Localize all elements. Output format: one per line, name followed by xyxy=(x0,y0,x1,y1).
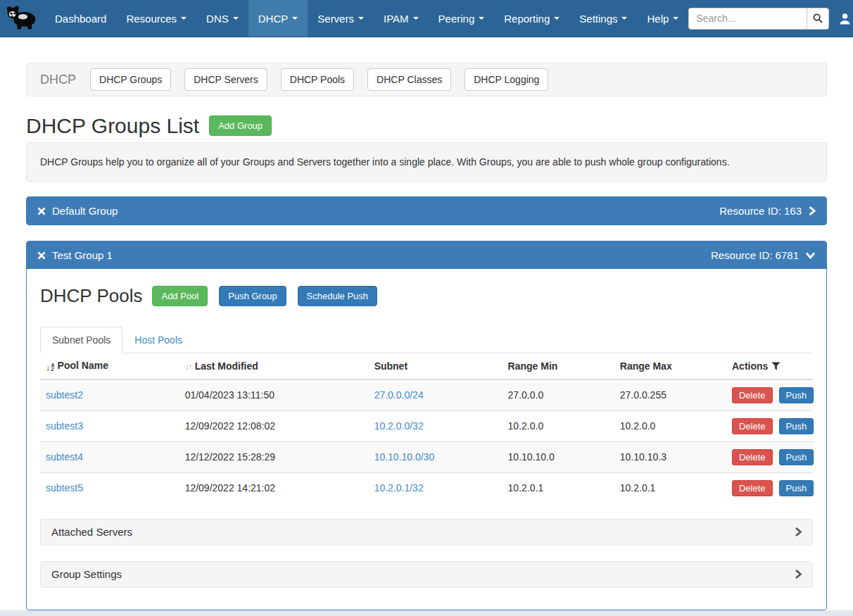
caret-down-icon xyxy=(233,17,239,20)
last-modified-cell: 12/12/2022 15:28:29 xyxy=(179,441,369,472)
range-max-cell: 10.10.10.3 xyxy=(614,441,726,472)
nav-item-help[interactable]: Help xyxy=(637,0,688,37)
chevron-right-icon xyxy=(808,206,816,216)
nav-item-dhcp[interactable]: DHCP xyxy=(248,0,308,37)
pool-name-link[interactable]: subtest3 xyxy=(46,420,83,432)
delete-group-x-icon[interactable] xyxy=(37,207,46,215)
pool-name-link[interactable]: subtest5 xyxy=(46,482,83,494)
caret-down-icon xyxy=(554,17,560,20)
pool-name-link[interactable]: subtest4 xyxy=(46,451,83,463)
nav-item-reporting[interactable]: Reporting xyxy=(494,0,569,37)
subnet-link[interactable]: 27.0.0.0/24 xyxy=(374,389,424,401)
table-row: subtest5 12/09/2022 14:21:02 10.2.0.1/32… xyxy=(40,472,813,503)
tab-host-pools[interactable]: Host Pools xyxy=(122,327,194,353)
panda-logo[interactable] xyxy=(0,0,45,37)
top-navbar: Dashboard Resources DNS DHCP Servers IPA… xyxy=(0,0,853,37)
chevron-right-icon xyxy=(795,569,802,579)
pool-tabs: Subnet Pools Host Pools xyxy=(40,327,813,353)
delete-button[interactable]: Delete xyxy=(732,449,773,465)
last-modified-cell: 01/04/2023 13:11:50 xyxy=(179,379,369,411)
group-heading-test-group-1[interactable]: Test Group 1 Resource ID: 6781 xyxy=(27,241,826,269)
dhcp-pools-button[interactable]: DHCP Pools xyxy=(281,68,354,91)
search-button[interactable] xyxy=(807,8,829,30)
search-icon xyxy=(813,13,823,23)
tab-subnet-pools[interactable]: Subnet Pools xyxy=(40,327,122,353)
table-row: subtest4 12/12/2022 15:28:29 10.10.10.0/… xyxy=(40,441,813,472)
dhcp-classes-button[interactable]: DHCP Classes xyxy=(367,68,451,91)
nav-item-label: Dashboard xyxy=(55,13,106,25)
dhcp-servers-button[interactable]: DHCP Servers xyxy=(184,68,267,91)
nav-item-label: Servers xyxy=(317,13,354,25)
col-header-range-max[interactable]: Range Max xyxy=(614,353,726,379)
group-name: Test Group 1 xyxy=(52,249,113,261)
push-button[interactable]: Push xyxy=(779,418,814,434)
nav-item-label: IPAM xyxy=(384,13,409,25)
push-button[interactable]: Push xyxy=(779,480,814,496)
group-settings-panel[interactable]: Group Settings xyxy=(40,561,813,588)
subnav-title: DHCP xyxy=(40,73,76,87)
delete-button[interactable]: Delete xyxy=(732,480,773,496)
nav-item-dns[interactable]: DNS xyxy=(196,0,248,37)
nav-item-ipam[interactable]: IPAM xyxy=(374,0,429,37)
col-header-range-min[interactable]: Range Min xyxy=(503,353,614,379)
caret-down-icon xyxy=(479,17,484,20)
caret-down-icon xyxy=(358,17,364,20)
group-panel-body: DHCP Pools Add Pool Push Group Schedule … xyxy=(27,283,826,610)
col-header-subnet[interactable]: Subnet xyxy=(369,353,503,379)
group-panel-test-group-1: Test Group 1 Resource ID: 6781 DHCP Pool… xyxy=(26,241,827,610)
caret-down-icon xyxy=(673,17,678,20)
nav-item-resources[interactable]: Resources xyxy=(116,0,196,37)
user-icon xyxy=(839,13,851,25)
push-button[interactable]: Push xyxy=(779,387,814,403)
caret-down-icon xyxy=(621,17,627,20)
table-row: subtest2 01/04/2023 13:11:50 27.0.0.0/24… xyxy=(40,379,813,411)
subnet-pools-table: ↓AZPool Name ↓↑Last Modified Subnet Rang… xyxy=(40,353,813,503)
nav-item-dashboard[interactable]: Dashboard xyxy=(45,0,116,37)
push-group-button[interactable]: Push Group xyxy=(219,286,286,306)
add-group-button[interactable]: Add Group xyxy=(209,115,272,136)
range-min-cell: 10.10.10.0 xyxy=(503,441,614,472)
add-pool-button[interactable]: Add Pool xyxy=(152,286,208,306)
pool-name-link[interactable]: subtest2 xyxy=(46,389,83,401)
table-row: subtest3 12/09/2022 12:08:02 10.2.0.0/32… xyxy=(40,410,813,441)
attached-servers-panel[interactable]: Attached Servers xyxy=(40,519,813,546)
delete-button[interactable]: Delete xyxy=(732,387,773,403)
nav-item-label: DNS xyxy=(206,13,229,25)
last-modified-cell: 12/09/2022 14:21:02 xyxy=(179,472,369,503)
page-description: DHCP Groups help you to organize all of … xyxy=(26,142,827,182)
delete-group-x-icon[interactable] xyxy=(37,251,46,260)
dhcp-logging-button[interactable]: DHCP Logging xyxy=(465,68,548,91)
col-header-actions[interactable]: Actions xyxy=(726,353,813,379)
caret-down-icon xyxy=(413,17,419,20)
pools-title: DHCP Pools xyxy=(40,283,142,308)
chevron-down-icon xyxy=(805,251,816,259)
search-input[interactable] xyxy=(688,8,807,30)
range-min-cell: 10.2.0.0 xyxy=(503,410,614,441)
resource-id: Resource ID: 163 xyxy=(719,205,802,217)
nav-menu: Dashboard Resources DNS DHCP Servers IPA… xyxy=(45,0,688,37)
range-max-cell: 10.2.0.0 xyxy=(614,410,726,441)
range-max-cell: 27.0.0.255 xyxy=(614,379,726,411)
col-header-pool-name[interactable]: ↓AZPool Name xyxy=(40,353,179,379)
group-panel-default: Default Group Resource ID: 163 xyxy=(26,196,827,225)
user-menu[interactable] xyxy=(839,13,853,25)
pools-head: DHCP Pools Add Pool Push Group Schedule … xyxy=(40,283,813,308)
group-heading-default[interactable]: Default Group Resource ID: 163 xyxy=(27,197,826,225)
nav-item-settings[interactable]: Settings xyxy=(569,0,637,37)
dhcp-groups-button[interactable]: DHCP Groups xyxy=(90,68,171,91)
nav-item-label: Reporting xyxy=(504,13,550,25)
nav-item-label: DHCP xyxy=(258,13,289,25)
caret-down-icon xyxy=(181,17,187,20)
nav-item-servers[interactable]: Servers xyxy=(308,0,374,37)
subnet-link[interactable]: 10.2.0.1/32 xyxy=(374,482,424,494)
subnet-link[interactable]: 10.2.0.0/32 xyxy=(374,420,424,432)
nav-item-label: Peering xyxy=(438,13,475,25)
schedule-push-button[interactable]: Schedule Push xyxy=(298,286,377,306)
sort-alpha-desc-icon: ↓AZ xyxy=(46,363,55,372)
panda-logo-icon xyxy=(6,5,38,32)
nav-item-peering[interactable]: Peering xyxy=(429,0,495,37)
col-header-last-modified[interactable]: ↓↑Last Modified xyxy=(179,353,369,379)
delete-button[interactable]: Delete xyxy=(732,418,773,434)
subnet-link[interactable]: 10.10.10.0/30 xyxy=(374,451,435,463)
push-button[interactable]: Push xyxy=(779,449,814,465)
